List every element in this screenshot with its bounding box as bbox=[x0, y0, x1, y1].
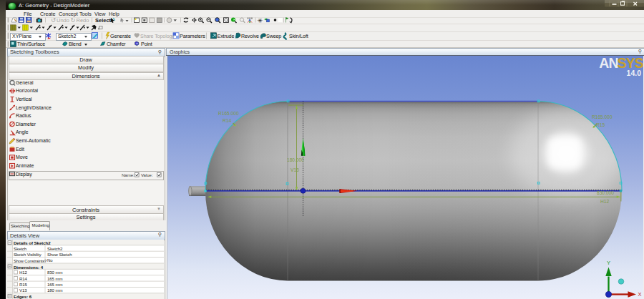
svg-text:830.000: 830.000 bbox=[597, 190, 614, 195]
svg-text:AN: AN bbox=[599, 56, 618, 71]
svg-text:Value:: Value: bbox=[141, 173, 153, 177]
svg-text:Y: Y bbox=[607, 260, 610, 266]
svg-text:Undo: Undo bbox=[57, 17, 69, 24]
svg-text:H12: H12 bbox=[600, 198, 609, 203]
svg-text:✳: ✳ bbox=[258, 17, 263, 24]
svg-text:R14: R14 bbox=[223, 118, 231, 123]
svg-text:V13: V13 bbox=[291, 167, 299, 172]
svg-text:Name:: Name: bbox=[122, 173, 135, 177]
svg-text:14.0: 14.0 bbox=[627, 69, 642, 77]
svg-text:R15: R15 bbox=[596, 122, 605, 127]
svg-text:180.000: 180.000 bbox=[287, 157, 304, 162]
svg-text:Redo: Redo bbox=[77, 17, 89, 24]
svg-text:R165.000: R165.000 bbox=[218, 110, 239, 115]
svg-text:↻: ↻ bbox=[71, 16, 76, 24]
svg-text:↺: ↺ bbox=[51, 16, 56, 24]
svg-text:R165.000: R165.000 bbox=[592, 114, 613, 119]
svg-text:Select:: Select: bbox=[95, 17, 113, 24]
svg-text:X: X bbox=[638, 291, 642, 298]
